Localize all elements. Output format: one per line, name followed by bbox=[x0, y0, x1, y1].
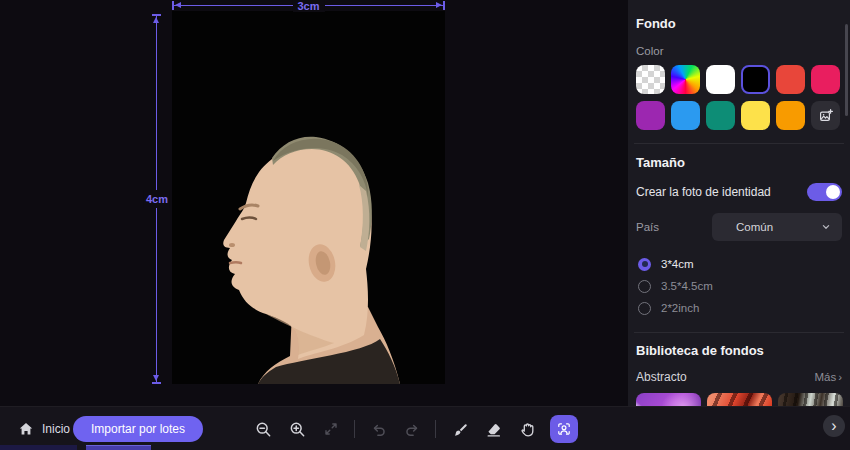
radio-selected-icon bbox=[638, 258, 651, 271]
panel-scrollbar[interactable] bbox=[845, 24, 848, 116]
portrait-photo bbox=[172, 11, 445, 384]
custom-background-button[interactable] bbox=[811, 101, 840, 130]
tool-group bbox=[252, 407, 578, 450]
country-select[interactable]: Común bbox=[712, 213, 842, 241]
id-photo-toggle-label: Crear la foto de identidad bbox=[636, 185, 771, 199]
canvas-work-area: 3cm 4cm bbox=[0, 0, 628, 406]
home-label: Inicio bbox=[42, 422, 70, 436]
size-section-title: Tamaño bbox=[636, 155, 842, 170]
color-swatch-pink[interactable] bbox=[811, 65, 840, 94]
thumbnails-next-button[interactable]: › bbox=[823, 415, 845, 437]
color-swatch-purple[interactable] bbox=[636, 101, 665, 130]
chevron-right-icon: › bbox=[838, 371, 842, 383]
library-section-title: Biblioteca de fondos bbox=[636, 343, 842, 358]
fit-screen-button[interactable] bbox=[320, 418, 342, 440]
home-icon bbox=[18, 421, 34, 437]
library-category-row: Abstracto Más › bbox=[636, 370, 842, 384]
country-row: País Común bbox=[636, 213, 842, 241]
toolbar-divider bbox=[354, 420, 355, 438]
zoom-in-button[interactable] bbox=[286, 418, 308, 440]
color-swatch-grid bbox=[636, 65, 842, 130]
brush-icon bbox=[451, 421, 468, 438]
more-link[interactable]: Más › bbox=[814, 371, 842, 383]
brush-tool-button[interactable] bbox=[448, 418, 470, 440]
expand-icon bbox=[323, 421, 339, 437]
bottom-edge-strip bbox=[0, 445, 77, 450]
country-select-value: Común bbox=[736, 221, 773, 233]
zoom-out-button[interactable] bbox=[252, 418, 274, 440]
undo-button[interactable] bbox=[367, 418, 389, 440]
eraser-icon bbox=[485, 421, 502, 438]
panel-divider bbox=[634, 143, 844, 144]
chevron-down-icon bbox=[820, 221, 832, 233]
id-photo-toggle[interactable] bbox=[807, 183, 842, 201]
id-photo-icon bbox=[556, 421, 572, 437]
height-measure-guide: 4cm bbox=[150, 14, 164, 384]
zoom-out-icon bbox=[255, 421, 272, 438]
chevron-right-icon: › bbox=[831, 417, 836, 435]
arrow-left-icon bbox=[175, 2, 181, 8]
size-option-2x2inch[interactable]: 2*2inch bbox=[638, 297, 842, 319]
size-option-35x45cm[interactable]: 3.5*4.5cm bbox=[638, 275, 842, 297]
settings-panel: Fondo Color Tamaño Crear la foto de i bbox=[628, 0, 850, 406]
id-photo-toggle-row: Crear la foto de identidad bbox=[636, 183, 842, 201]
id-photo-tool-button[interactable] bbox=[550, 415, 578, 443]
color-swatch-transparent[interactable] bbox=[636, 65, 665, 94]
color-swatch-teal[interactable] bbox=[706, 101, 735, 130]
color-label: Color bbox=[636, 45, 842, 57]
arrow-down-icon bbox=[153, 375, 159, 381]
country-label: País bbox=[636, 221, 659, 233]
hand-tool-button[interactable] bbox=[516, 418, 538, 440]
undo-icon bbox=[370, 421, 387, 438]
color-swatch-blue[interactable] bbox=[671, 101, 700, 130]
hand-icon bbox=[519, 421, 536, 438]
color-swatch-white[interactable] bbox=[706, 65, 735, 94]
toolbar-divider bbox=[435, 420, 436, 438]
radio-unselected-icon bbox=[638, 302, 651, 315]
photo-canvas[interactable] bbox=[172, 11, 445, 384]
home-button[interactable]: Inicio bbox=[18, 407, 70, 450]
panel-divider bbox=[634, 332, 844, 333]
category-label: Abstracto bbox=[636, 370, 687, 384]
radio-unselected-icon bbox=[638, 280, 651, 293]
background-section-title: Fondo bbox=[636, 16, 842, 31]
arrow-right-icon bbox=[436, 2, 442, 8]
arrow-up-icon bbox=[153, 17, 159, 23]
width-measure-label: 3cm bbox=[292, 0, 324, 12]
bottom-edge-strip-accent bbox=[86, 445, 151, 450]
redo-icon bbox=[404, 421, 421, 438]
image-plus-icon bbox=[818, 108, 834, 124]
color-swatch-black-selected[interactable] bbox=[741, 65, 770, 94]
zoom-in-icon bbox=[289, 421, 306, 438]
color-swatch-red[interactable] bbox=[776, 65, 805, 94]
toggle-knob bbox=[826, 185, 840, 199]
color-swatch-rainbow[interactable] bbox=[671, 65, 700, 94]
height-measure-label: 4cm bbox=[144, 190, 170, 208]
size-options: 3*4cm 3.5*4.5cm 2*2inch bbox=[636, 253, 842, 319]
redo-button[interactable] bbox=[401, 418, 423, 440]
eraser-tool-button[interactable] bbox=[482, 418, 504, 440]
import-batch-button[interactable]: Importar por lotes bbox=[73, 416, 203, 442]
color-swatch-yellow[interactable] bbox=[741, 101, 770, 130]
bottom-toolbar: Inicio Importar por lotes bbox=[0, 406, 850, 450]
color-swatch-orange[interactable] bbox=[776, 101, 805, 130]
size-option-3x4cm[interactable]: 3*4cm bbox=[638, 253, 842, 275]
